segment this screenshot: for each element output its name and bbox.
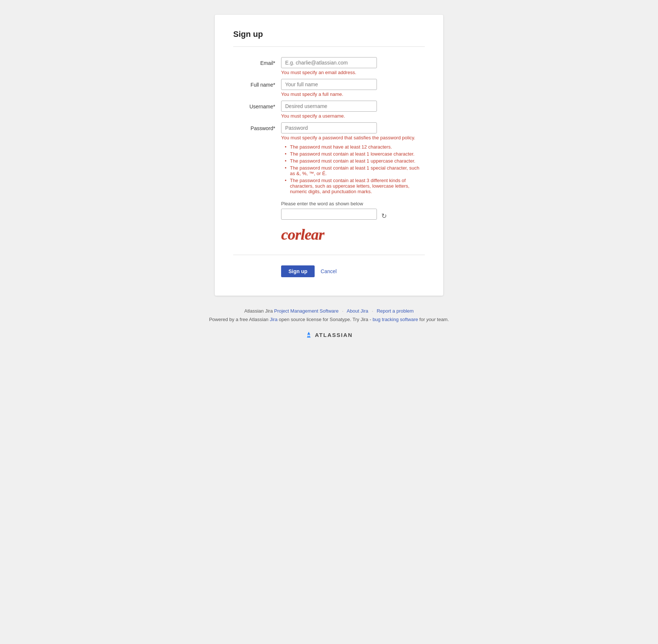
password-field-wrap: You must specify a password that satisfi… xyxy=(281,122,425,198)
action-row: Sign up Cancel xyxy=(233,265,425,277)
captcha-section: Please enter the word as shown below ↻ c… xyxy=(233,201,425,244)
page-title: Sign up xyxy=(233,29,425,39)
password-rules: The password must have at least 12 chara… xyxy=(281,144,425,194)
footer-powered-mid: open source license for Sonatype. Try Ji… xyxy=(277,317,372,322)
footer-link-problem[interactable]: Report a problem xyxy=(377,308,413,314)
footer-bug-link[interactable]: bug tracking software xyxy=(372,317,418,322)
password-rule-item: The password must contain at least 1 low… xyxy=(285,151,425,157)
captcha-image: corlear xyxy=(281,224,340,244)
password-label: Password* xyxy=(233,122,281,131)
footer-links: Atlassian Jira Project Management Softwa… xyxy=(209,307,449,315)
username-row: Username* You must specify a username. xyxy=(233,101,425,122)
footer-link-about[interactable]: About Jira xyxy=(347,308,368,314)
fullname-field-wrap: You must specify a full name. xyxy=(281,79,425,101)
username-error: You must specify a username. xyxy=(281,113,425,119)
password-rule-item: The password must contain at least 1 upp… xyxy=(285,158,425,164)
captcha-input[interactable] xyxy=(281,209,377,220)
footer-powered-last: team. xyxy=(435,317,449,322)
captcha-label: Please enter the word as shown below xyxy=(281,201,425,206)
footer-link-pm[interactable]: Project Management Software xyxy=(274,308,339,314)
footer-dot-1: · xyxy=(342,308,344,314)
password-error: You must specify a password that satisfi… xyxy=(281,135,425,140)
captcha-input-wrap: ↻ xyxy=(281,209,425,223)
password-rules-list: The password must have at least 12 chara… xyxy=(281,144,425,194)
email-error: You must specify an email address. xyxy=(281,70,425,75)
email-row: Email* You must specify an email address… xyxy=(233,57,425,79)
password-rule-item: The password must have at least 12 chara… xyxy=(285,144,425,150)
password-rule-item: The password must contain at least 3 dif… xyxy=(285,178,425,194)
email-input[interactable] xyxy=(281,57,377,68)
captcha-word: corlear xyxy=(281,227,324,242)
username-input[interactable] xyxy=(281,101,377,112)
password-input[interactable] xyxy=(281,122,377,133)
footer-powered-text: Powered by a free Atlassian xyxy=(209,317,270,322)
footer-powered-end: for xyxy=(418,317,426,322)
footer-your: your xyxy=(426,317,435,322)
top-divider xyxy=(233,46,425,47)
username-field-wrap: You must specify a username. xyxy=(281,101,425,122)
password-rule-item: The password must contain at least 1 spe… xyxy=(285,165,425,176)
footer-powered: Powered by a free Atlassian Jira open so… xyxy=(209,315,449,324)
refresh-icon[interactable]: ↻ xyxy=(381,212,387,220)
footer-dot-2: · xyxy=(372,308,373,314)
footer-jira-link[interactable]: Jira xyxy=(270,317,277,322)
fullname-label: Full name* xyxy=(233,79,281,88)
cancel-button[interactable]: Cancel xyxy=(321,268,337,274)
signup-button[interactable]: Sign up xyxy=(281,265,315,277)
atlassian-logo: ATLASSIAN xyxy=(209,330,449,340)
fullname-error: You must specify a full name. xyxy=(281,91,425,97)
fullname-row: Full name* You must specify a full name. xyxy=(233,79,425,101)
atlassian-label: ATLASSIAN xyxy=(315,330,353,340)
password-row: Password* You must specify a password th… xyxy=(233,122,425,198)
footer-atlassian-jira: Atlassian Jira xyxy=(244,308,274,314)
email-label: Email* xyxy=(233,57,281,66)
footer: Atlassian Jira Project Management Softwa… xyxy=(209,307,449,340)
username-label: Username* xyxy=(233,101,281,109)
bottom-divider xyxy=(233,255,425,255)
atlassian-icon xyxy=(305,331,312,338)
fullname-input[interactable] xyxy=(281,79,377,90)
signup-card: Sign up Email* You must specify an email… xyxy=(215,15,443,296)
email-field-wrap: You must specify an email address. xyxy=(281,57,425,79)
